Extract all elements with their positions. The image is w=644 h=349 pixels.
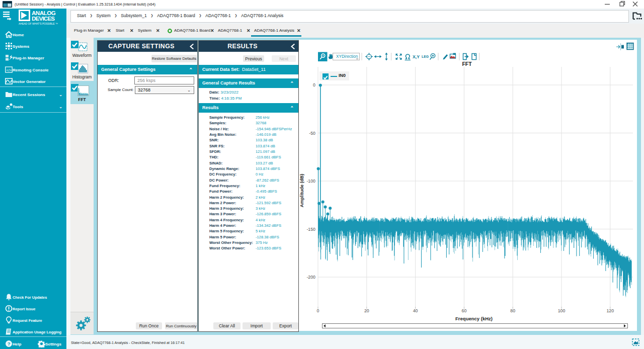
svg-text:AHEAD OF WHAT'S POSSIBLE ™: AHEAD OF WHAT'S POSSIBLE ™ (19, 22, 58, 25)
svg-text:DEVICES: DEVICES (32, 15, 55, 22)
svg-text:?: ? (8, 341, 11, 346)
svg-text:</>: </> (7, 68, 12, 72)
